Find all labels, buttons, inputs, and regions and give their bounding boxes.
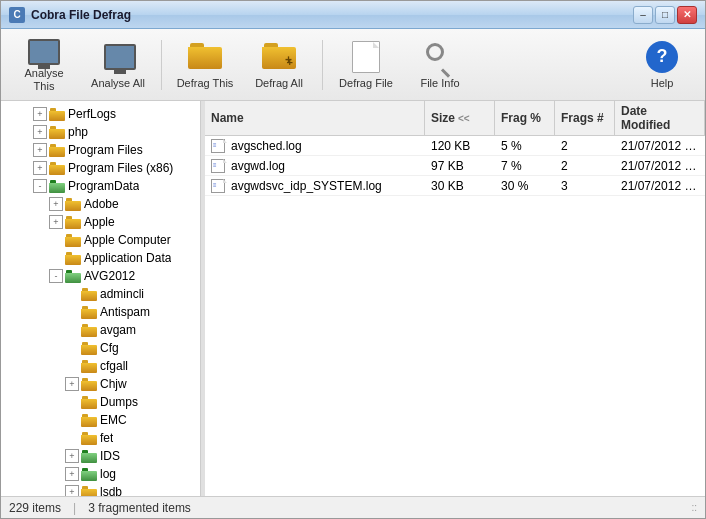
tree-expand-icon[interactable]: +	[49, 197, 63, 211]
status-items: 229 items	[9, 501, 61, 515]
file-pane: Name Size << Frag % Frags # Date Modifie…	[205, 101, 705, 496]
tree-expand-icon[interactable]: +	[65, 377, 79, 391]
file-row[interactable]: ≡ avgwd.log 97 KB 7 % 2 21/07/2012 21:29…	[205, 156, 705, 176]
tree-item[interactable]: EMC	[1, 411, 200, 429]
tree-expand-icon[interactable]: -	[33, 179, 47, 193]
tree-pane[interactable]: + PerfLogs + php +	[1, 101, 201, 496]
toolbar: Analyse This Analyse All Defrag This	[1, 29, 705, 101]
file-list-header: Name Size << Frag % Frags # Date Modifie…	[205, 101, 705, 136]
tree-item[interactable]: + Apple	[1, 213, 200, 231]
tree-item[interactable]: + Chjw	[1, 375, 200, 393]
tree-item[interactable]: + IDS	[1, 447, 200, 465]
tree-item[interactable]: cfgall	[1, 357, 200, 375]
tree-item-label: AVG2012	[84, 269, 135, 283]
minimize-button[interactable]: –	[633, 6, 653, 24]
tree-item[interactable]: fet	[1, 429, 200, 447]
file-size-cell: 97 KB	[425, 157, 495, 175]
file-frags-cell: 2	[555, 157, 615, 175]
tree-item-label: Apple	[84, 215, 115, 229]
tree-item[interactable]: Dumps	[1, 393, 200, 411]
tree-item-label: Antispam	[100, 305, 150, 319]
folder-icon	[81, 342, 97, 355]
tree-expand-icon[interactable]: +	[33, 107, 47, 121]
header-name[interactable]: Name	[205, 101, 425, 135]
tree-item-label: ProgramData	[68, 179, 139, 193]
file-frag-cell: 30 %	[495, 177, 555, 195]
folder-icon	[81, 396, 97, 409]
defrag-all-label: Defrag All	[255, 77, 303, 90]
analyse-all-button[interactable]: Analyse All	[83, 34, 153, 96]
tree-item[interactable]: + PerfLogs	[1, 105, 200, 123]
folder-icon	[65, 252, 81, 265]
tree-expand-icon[interactable]: -	[49, 269, 63, 283]
defrag-all-button[interactable]: + Defrag All	[244, 34, 314, 96]
tree-item[interactable]: + Program Files	[1, 141, 200, 159]
toolbar-separator-2	[322, 40, 323, 90]
tree-item[interactable]: admincli	[1, 285, 200, 303]
tree-item[interactable]: avgam	[1, 321, 200, 339]
tree-item-label: admincli	[100, 287, 144, 301]
tree-item[interactable]: Cfg	[1, 339, 200, 357]
defrag-this-icon	[187, 39, 223, 75]
tree-expand-icon[interactable]: +	[33, 161, 47, 175]
folder-icon	[65, 270, 81, 283]
tree-item-label: log	[100, 467, 116, 481]
folder-icon	[49, 108, 65, 121]
defrag-file-button[interactable]: Defrag File	[331, 34, 401, 96]
file-date-cell: 21/07/2012 21:29:28	[615, 157, 705, 175]
folder-icon	[81, 414, 97, 427]
title-bar: C Cobra File Defrag – □ ✕	[1, 1, 705, 29]
tree-item-label: lsdb	[100, 485, 122, 496]
tree-item[interactable]: + lsdb	[1, 483, 200, 496]
tree-item[interactable]: - AVG2012	[1, 267, 200, 285]
tree-item-label: Adobe	[84, 197, 119, 211]
status-separator: |	[73, 501, 76, 515]
tree-item[interactable]: + php	[1, 123, 200, 141]
tree-item[interactable]: + Adobe	[1, 195, 200, 213]
tree-item[interactable]: Apple Computer	[1, 231, 200, 249]
file-row[interactable]: ≡ avgwdsvc_idp_SYSTEM.log 30 KB 30 % 3 2…	[205, 176, 705, 196]
defrag-this-label: Defrag This	[177, 77, 234, 90]
defrag-file-label: Defrag File	[339, 77, 393, 90]
main-window: C Cobra File Defrag – □ ✕ Analyse This A…	[0, 0, 706, 519]
folder-icon	[49, 144, 65, 157]
defrag-all-icon: +	[261, 39, 297, 75]
tree-expand-icon[interactable]: +	[65, 485, 79, 496]
help-button[interactable]: ? Help	[627, 34, 697, 96]
file-info-label: File Info	[420, 77, 459, 90]
tree-item-label: avgam	[100, 323, 136, 337]
header-date[interactable]: Date Modified	[615, 101, 705, 135]
title-bar-buttons: – □ ✕	[633, 6, 697, 24]
header-size[interactable]: Size <<	[425, 101, 495, 135]
defrag-this-button[interactable]: Defrag This	[170, 34, 240, 96]
file-info-button[interactable]: File Info	[405, 34, 475, 96]
folder-icon	[49, 180, 65, 193]
analyse-this-icon	[26, 39, 62, 65]
tree-item-label: php	[68, 125, 88, 139]
tree-item-label: Cfg	[100, 341, 119, 355]
file-size-cell: 120 KB	[425, 137, 495, 155]
folder-icon	[81, 432, 97, 445]
folder-icon	[81, 324, 97, 337]
folder-icon	[65, 216, 81, 229]
tree-item-label: Application Data	[84, 251, 171, 265]
window-title: Cobra File Defrag	[31, 8, 633, 22]
tree-expand-icon[interactable]: +	[33, 125, 47, 139]
tree-expand-icon[interactable]: +	[65, 449, 79, 463]
tree-expand-icon[interactable]: +	[49, 215, 63, 229]
maximize-button[interactable]: □	[655, 6, 675, 24]
file-frag-cell: 5 %	[495, 137, 555, 155]
tree-item[interactable]: - ProgramData	[1, 177, 200, 195]
close-button[interactable]: ✕	[677, 6, 697, 24]
tree-item[interactable]: + log	[1, 465, 200, 483]
tree-item[interactable]: + Program Files (x86)	[1, 159, 200, 177]
header-frags-num[interactable]: Frags #	[555, 101, 615, 135]
tree-item[interactable]: Antispam	[1, 303, 200, 321]
tree-expand-icon[interactable]: +	[65, 467, 79, 481]
analyse-this-button[interactable]: Analyse This	[9, 34, 79, 96]
file-row[interactable]: ≡ avgsched.log 120 KB 5 % 2 21/07/2012 2…	[205, 136, 705, 156]
header-frag-pct[interactable]: Frag %	[495, 101, 555, 135]
tree-item[interactable]: Application Data	[1, 249, 200, 267]
tree-expand-icon[interactable]: +	[33, 143, 47, 157]
tree-item-label: Dumps	[100, 395, 138, 409]
